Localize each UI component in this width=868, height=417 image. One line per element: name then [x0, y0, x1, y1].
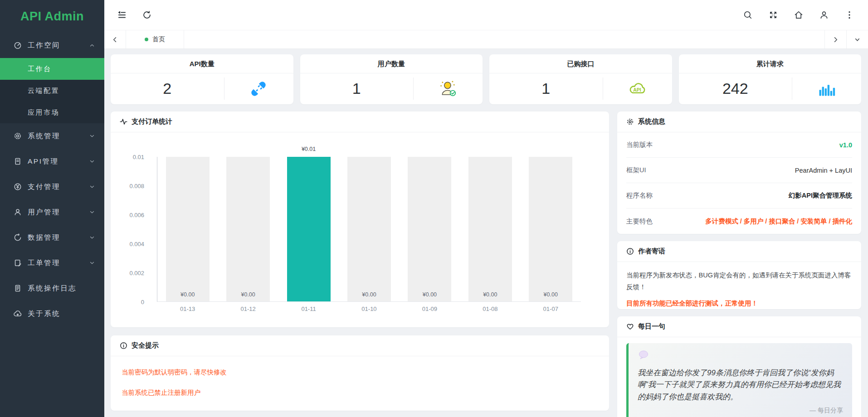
home-icon[interactable]: [794, 10, 804, 20]
stat-card-title: 累计请求: [679, 54, 862, 73]
search-icon[interactable]: [743, 10, 753, 20]
tabs-scroll-left-icon[interactable]: [104, 30, 126, 48]
user-icon: [14, 208, 22, 216]
sidebar-item-api-manage[interactable]: API管理: [0, 149, 104, 174]
bar-value-label: ¥0.00: [529, 291, 572, 298]
dashboard-icon: [14, 41, 22, 49]
stat-card-purchased-api: 已购接口1API: [489, 54, 672, 104]
chevron-up-icon: [89, 42, 95, 48]
x-axis-label: 01-07: [521, 305, 581, 312]
info-row-value: PearAdmin + LayUI: [795, 167, 852, 174]
x-axis-label: 01-10: [339, 305, 399, 312]
sidebar-subitem-app-market[interactable]: 应用市场: [0, 102, 104, 123]
info-row-label: 框架UI: [626, 166, 646, 175]
submenu-workspace: 工作台云端配置应用市场: [0, 58, 104, 123]
refresh-icon[interactable]: [142, 10, 152, 20]
security-card-body: 当前密码为默认弱密码，请尽快修改当前系统已禁止注册新用户: [111, 356, 609, 397]
chevron-down-icon: [89, 209, 95, 215]
info-row-label: 程序名称: [626, 191, 653, 200]
stat-card-title: API数量: [111, 54, 293, 73]
workorder-icon: [14, 259, 22, 267]
bars-icon: [792, 79, 861, 99]
system-info-row: 程序名称幻影API聚合管理系统: [626, 183, 852, 208]
sidebar-item-payment-manage[interactable]: 支付管理: [0, 174, 104, 199]
sidebar-subitem-workbench[interactable]: 工作台: [0, 58, 104, 80]
sidebar-item-workspace[interactable]: 工作空间: [0, 33, 104, 58]
sidebar-item-user-manage[interactable]: 用户管理: [0, 199, 104, 225]
topbar-right: [743, 10, 854, 20]
author-card-body: 当前程序为新发布状态，BUG肯定会有的，如遇到请在关于系统页面进入博客反馈！ 目…: [617, 262, 861, 309]
bar-value-label: ¥0.00: [408, 291, 451, 298]
daily-card-header: 每日一句: [617, 316, 861, 337]
chart-bar-01-10: ¥0.0001-10: [339, 157, 399, 301]
chart-y-axis: 0.010.0080.0060.0040.0020: [111, 157, 151, 302]
stat-card-divider: [413, 78, 414, 100]
sidebar-item-system-manage[interactable]: 系统管理: [0, 123, 104, 149]
chart-bar-01-13: ¥0.0001-13: [157, 157, 218, 301]
y-axis-tick: 0.002: [129, 270, 144, 276]
payment-bar-chart: 0.010.0080.0060.0040.0020 ¥0.0001-13¥0.0…: [111, 132, 609, 327]
daily-card-title: 每日一句: [638, 322, 665, 331]
sidebar-item-label: 系统操作日志: [28, 284, 95, 293]
chevron-down-icon: [89, 260, 95, 266]
security-card-header: 安全提示: [111, 335, 609, 356]
author-message-text: 当前程序为新发布状态，BUG肯定会有的，如遇到请在关于系统页面进入博客反馈！: [626, 269, 852, 293]
tabs-scroll-right-icon[interactable]: [824, 30, 846, 48]
stat-card-api-count: API数量2: [111, 54, 293, 104]
security-warning-line: 当前密码为默认弱密码，请尽快修改: [122, 368, 598, 377]
author-message-card: 作者寄语 当前程序为新发布状态，BUG肯定会有的，如遇到请在关于系统页面进入博客…: [617, 241, 861, 309]
speech-bubble-icon: [638, 350, 843, 363]
user-profile-icon[interactable]: [819, 10, 829, 20]
stat-card-user-count: 用户数量1: [300, 54, 483, 104]
fullscreen-icon[interactable]: [768, 10, 778, 20]
x-axis-label: 01-13: [157, 305, 218, 312]
sidebar-item-label: API管理: [28, 157, 89, 166]
cloud-icon: [14, 310, 22, 318]
stat-card-body: 242: [679, 73, 862, 104]
more-menu-icon[interactable]: [844, 10, 854, 20]
system-info-rows: 当前版本v1.0框架UIPearAdmin + LayUI程序名称幻影API聚合…: [617, 132, 861, 234]
chart-bar-01-11: ¥0.0101-11: [278, 157, 339, 301]
sidebar-item-label: 关于系统: [28, 309, 95, 319]
sidebar: API Admin 工作空间工作台云端配置应用市场系统管理API管理支付管理用户…: [0, 0, 104, 417]
bar-background-track: ¥0.01: [287, 157, 331, 301]
log-icon: [14, 284, 22, 292]
sidebar-item-about-system[interactable]: 关于系统: [0, 301, 104, 326]
user-check-icon: [413, 79, 483, 99]
stat-card-total-requests: 累计请求242: [679, 54, 862, 104]
stat-cards-row: API数量2用户数量1已购接口1API累计请求242: [111, 54, 861, 104]
svg-text:API: API: [633, 87, 641, 92]
chevron-down-icon: [89, 184, 95, 190]
sidebar-item-label: 数据管理: [28, 233, 89, 242]
stat-card-body: 1: [300, 73, 483, 104]
app-window: API Admin 工作空间工作台云端配置应用市场系统管理API管理支付管理用户…: [0, 0, 868, 417]
tab-active-dot: [145, 38, 148, 41]
heart-icon: [626, 323, 634, 330]
security-card-title: 安全提示: [132, 341, 159, 350]
sidebar-item-label: 工单管理: [28, 258, 89, 268]
bar-value-label: ¥0.00: [347, 291, 391, 298]
bar-value-label: ¥0.00: [226, 291, 270, 298]
sidebar-item-workorder-manage[interactable]: 工单管理: [0, 250, 104, 276]
y-axis-tick: 0.006: [129, 212, 144, 218]
stat-card-title: 已购接口: [489, 54, 672, 73]
chart-bar-01-07: ¥0.0001-07: [521, 157, 581, 301]
tabs-dropdown-icon[interactable]: [846, 30, 868, 48]
sidebar-subitem-cloud-config[interactable]: 云端配置: [0, 80, 104, 102]
security-warning-line: 当前系统已禁止注册新用户: [122, 388, 598, 397]
yen-icon: [14, 183, 22, 191]
system-info-card: 系统信息 当前版本v1.0框架UIPearAdmin + LayUI程序名称幻影…: [617, 112, 861, 234]
system-info-row: 主要特色多计费模式 / 多用户 / 接口聚合 / 安装简单 / 插件化: [626, 208, 852, 234]
system-info-row: 框架UIPearAdmin + LayUI: [626, 158, 852, 183]
info-row-value: v1.0: [839, 141, 852, 149]
y-axis-tick: 0.01: [133, 154, 144, 160]
collapse-sidebar-icon[interactable]: [117, 10, 127, 20]
sidebar-item-system-log[interactable]: 系统操作日志: [0, 276, 104, 301]
tabbar-spacer: [184, 30, 824, 48]
sidebar-item-data-manage[interactable]: 数据管理: [0, 225, 104, 250]
chart-bar-01-09: ¥0.0001-09: [400, 157, 460, 301]
topbar: [104, 0, 868, 30]
y-axis-tick: 0.008: [129, 183, 144, 189]
tab-home[interactable]: 首页: [126, 30, 184, 48]
data-icon: [14, 233, 22, 242]
